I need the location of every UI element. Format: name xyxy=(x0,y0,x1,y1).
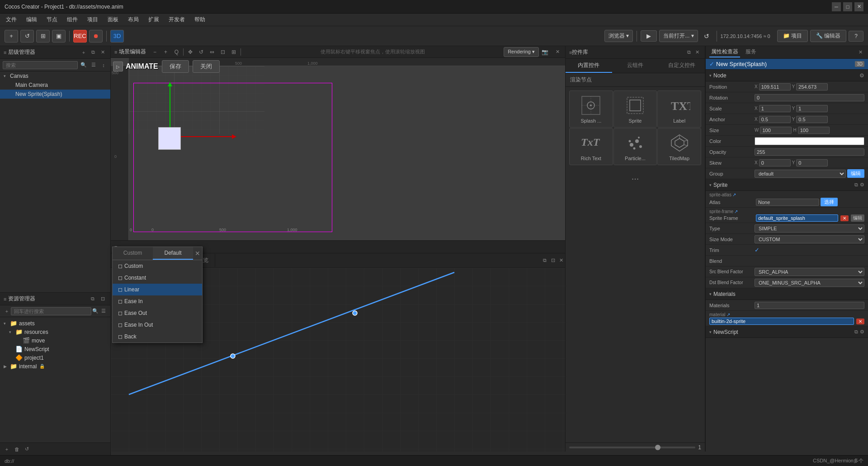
rendering-dropdown[interactable]: Rendering ▾ xyxy=(504,47,539,57)
type-select[interactable]: SIMPLE xyxy=(755,224,864,233)
easing-close-button[interactable]: ✕ xyxy=(193,247,202,260)
animate-close-button[interactable]: 关闭 xyxy=(193,60,220,73)
easing-tab-default[interactable]: Default xyxy=(153,247,193,260)
comp-close-btn[interactable]: ✕ xyxy=(693,48,701,57)
fullscreen-button[interactable]: ⊞ xyxy=(36,30,50,43)
color-swatch[interactable] xyxy=(755,137,864,145)
assets-list-btn[interactable]: ☰ xyxy=(99,307,108,315)
easing-item-ease-out[interactable]: ◻ Ease Out xyxy=(113,307,202,319)
camera-settings[interactable]: 📷 xyxy=(540,47,550,57)
menu-panel[interactable]: 面板 xyxy=(104,15,122,24)
menu-extensions[interactable]: 扩展 xyxy=(145,15,163,24)
newscript-copy-icon[interactable]: ⧉ xyxy=(854,329,858,335)
node-gear-btn[interactable]: ⚙ xyxy=(859,72,864,79)
3d-toggle[interactable]: 3D xyxy=(110,30,124,43)
menu-project[interactable]: 项目 xyxy=(84,15,102,24)
comp-more-dots[interactable]: ... xyxy=(566,169,705,185)
material-del-btn[interactable]: ✕ xyxy=(856,319,864,324)
menu-layout[interactable]: 布局 xyxy=(124,15,142,24)
assets-bottom-refresh-btn[interactable]: ↺ xyxy=(23,445,31,453)
easing-item-constant[interactable]: ◻ Constant xyxy=(113,272,202,284)
dst-blend-select[interactable]: ONE_MINUS_SRC_ALPHA xyxy=(755,279,864,287)
menu-help[interactable]: 帮助 xyxy=(191,15,209,24)
anim-copy-btn[interactable]: ⧉ xyxy=(541,257,549,265)
menu-edit[interactable]: 编辑 xyxy=(23,15,41,24)
refresh-button[interactable]: ↺ xyxy=(20,30,34,43)
hierarchy-close-button[interactable]: ✕ xyxy=(99,48,107,57)
anim-close-btn[interactable]: ✕ xyxy=(557,257,565,265)
zoom-in-tool[interactable]: + xyxy=(160,47,170,57)
anchor-x-input[interactable] xyxy=(759,116,791,123)
move-tool[interactable]: ✥ xyxy=(185,47,195,57)
comp-item-sprite[interactable]: Sprite xyxy=(613,90,657,128)
curve-point-1[interactable] xyxy=(231,354,235,358)
menu-component[interactable]: 组件 xyxy=(63,15,81,24)
position-x-input[interactable] xyxy=(759,83,791,90)
node-section-header[interactable]: ▾ Node ⚙ xyxy=(706,70,868,81)
props-tab-inspector[interactable]: 属性检查器 xyxy=(709,47,740,57)
transform-tool[interactable]: ⊞ xyxy=(229,47,239,57)
skew-x-input[interactable] xyxy=(759,159,791,166)
easing-item-ease-in-out[interactable]: ◻ Ease In Out xyxy=(113,319,202,331)
assets-search-input[interactable] xyxy=(11,307,91,315)
scale-y-input[interactable] xyxy=(796,105,828,112)
atlas-link-icon[interactable]: ↗ xyxy=(732,192,736,197)
hierarchy-filter-button[interactable]: ☰ xyxy=(90,61,98,69)
hierarchy-search-input[interactable] xyxy=(3,61,78,69)
anim-expand-btn[interactable]: ⊡ xyxy=(549,257,557,265)
rect-tool[interactable]: ⊡ xyxy=(218,47,228,57)
skew-y-input[interactable] xyxy=(796,159,828,166)
easing-item-back[interactable]: ◻ Back xyxy=(113,331,202,342)
add-node-button[interactable]: + xyxy=(5,30,18,43)
size-w-input[interactable] xyxy=(760,127,792,134)
src-blend-select[interactable]: SRC_ALPHA xyxy=(755,268,864,276)
hierarchy-item-splash[interactable]: New Sprite(Splash) xyxy=(0,90,110,99)
assets-expand-btn[interactable]: ⊡ xyxy=(99,295,107,303)
rotation-input[interactable] xyxy=(755,94,864,101)
assets-bottom-add-btn[interactable]: + xyxy=(3,445,11,453)
assets-search-btn[interactable]: 🔍 xyxy=(91,307,99,315)
sprite-copy-icon[interactable]: ⧉ xyxy=(854,182,858,188)
rec-button[interactable]: REC xyxy=(73,30,87,43)
browser-dropdown[interactable]: 浏览器 ▾ xyxy=(604,30,633,42)
group-select[interactable]: default xyxy=(755,170,846,178)
atlas-input[interactable] xyxy=(756,199,819,206)
play-button[interactable]: ▶ xyxy=(641,30,657,42)
size-mode-select[interactable]: CUSTOM xyxy=(755,235,864,243)
assets-copy-btn[interactable]: ⧉ xyxy=(89,295,97,303)
maximize-button[interactable]: □ xyxy=(843,2,852,11)
menu-node[interactable]: 节点 xyxy=(43,15,61,24)
close-button[interactable]: ✕ xyxy=(854,2,863,11)
sprite-section-header[interactable]: ▾ Sprite ⧉ ⚙ xyxy=(706,179,868,191)
zoom-out-tool[interactable]: − xyxy=(150,47,160,57)
curve-point-2[interactable] xyxy=(353,311,357,315)
comp-item-tiledmap[interactable]: TiledMap xyxy=(657,128,701,165)
scene-close-button[interactable]: ✕ xyxy=(553,48,561,56)
trim-checkbox[interactable]: ✓ xyxy=(755,247,760,253)
asset-item-move[interactable]: 🎬 move xyxy=(0,336,110,345)
comp-tab-builtin[interactable]: 内置控件 xyxy=(566,59,612,73)
materials-count-input[interactable] xyxy=(755,302,864,309)
hierarchy-search-button[interactable]: 🔍 xyxy=(80,61,88,69)
asset-item-assets[interactable]: ▾ 📁 assets xyxy=(0,319,110,328)
editor-button[interactable]: 🔧 编辑器 xyxy=(810,30,846,42)
material-value[interactable]: builtin-2d-sprite xyxy=(709,318,854,325)
sprite-object[interactable] xyxy=(158,127,181,150)
hierarchy-item-canvas[interactable]: ▾ Canvas xyxy=(0,71,110,81)
asset-item-newscript[interactable]: 📄 NewScript xyxy=(0,345,110,353)
animate-save-button[interactable]: 保存 xyxy=(162,60,189,73)
materials-section-header[interactable]: ▾ Materials xyxy=(706,288,868,300)
hierarchy-expand-button[interactable]: ↕ xyxy=(99,61,108,69)
comp-item-label[interactable]: TXT Label xyxy=(657,90,701,128)
size-h-input[interactable] xyxy=(798,127,830,134)
anchor-y-input[interactable] xyxy=(796,116,828,123)
project-button[interactable]: 📁 项目 xyxy=(777,30,808,42)
comp-copy-btn[interactable]: ⧉ xyxy=(685,48,693,57)
frame-link-icon[interactable]: ↗ xyxy=(734,209,738,214)
menu-file[interactable]: 文件 xyxy=(2,15,20,24)
easing-item-ease-in[interactable]: ◻ Ease In xyxy=(113,295,202,307)
open-current-dropdown[interactable]: 当前打开... ▾ xyxy=(659,30,698,42)
comp-slider-thumb[interactable] xyxy=(655,445,660,450)
comp-tab-custom[interactable]: 自定义控件 xyxy=(658,59,705,73)
position-y-input[interactable] xyxy=(796,83,828,90)
